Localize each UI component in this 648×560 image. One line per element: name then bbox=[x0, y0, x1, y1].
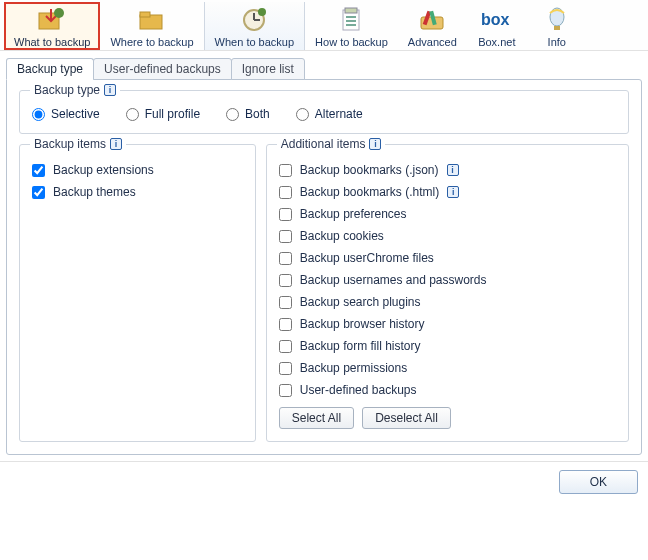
checkbox-input[interactable] bbox=[279, 384, 292, 397]
svg-point-1 bbox=[54, 8, 64, 18]
toolbar-icon bbox=[136, 6, 168, 34]
checkbox-backup-search-plugins[interactable]: Backup search plugins bbox=[279, 291, 616, 313]
checkbox-input[interactable] bbox=[279, 164, 292, 177]
checkbox-input[interactable] bbox=[32, 186, 45, 199]
radio-label: Both bbox=[245, 107, 270, 121]
checkbox-backup-usernames-and-passwords[interactable]: Backup usernames and passwords bbox=[279, 269, 616, 291]
checkbox-backup-bookmarks-json-[interactable]: Backup bookmarks (.json)i bbox=[279, 159, 616, 181]
radio-input[interactable] bbox=[296, 108, 309, 121]
toolbar-icon bbox=[36, 6, 68, 34]
checkbox-label: Backup permissions bbox=[300, 361, 407, 375]
checkbox-label: User-defined backups bbox=[300, 383, 417, 397]
legend-backup-type: Backup type i bbox=[30, 83, 120, 97]
select-all-button[interactable]: Select All bbox=[279, 407, 354, 429]
toolbar-label: Advanced bbox=[408, 36, 457, 48]
radio-label: Alternate bbox=[315, 107, 363, 121]
legend-text: Backup items bbox=[34, 137, 106, 151]
toolbar-label: What to backup bbox=[14, 36, 90, 48]
tab-user-defined-backups[interactable]: User-defined backups bbox=[93, 58, 232, 80]
checkbox-input[interactable] bbox=[279, 318, 292, 331]
legend-text: Additional items bbox=[281, 137, 366, 151]
checkbox-label: Backup browser history bbox=[300, 317, 425, 331]
radio-group-backup-type: SelectiveFull profileBothAlternate bbox=[32, 107, 616, 121]
toolbar-item-where-to-backup[interactable]: Where to backup bbox=[100, 2, 203, 50]
toolbar-item-advanced[interactable]: Advanced bbox=[398, 2, 467, 50]
checkbox-backup-preferences[interactable]: Backup preferences bbox=[279, 203, 616, 225]
toolbar-icon bbox=[238, 6, 270, 34]
backup-items-list: Backup extensionsBackup themes bbox=[32, 159, 243, 203]
svg-text:box: box bbox=[481, 11, 510, 28]
radio-both[interactable]: Both bbox=[226, 107, 270, 121]
checkbox-input[interactable] bbox=[279, 296, 292, 309]
radio-selective[interactable]: Selective bbox=[32, 107, 100, 121]
checkbox-backup-themes[interactable]: Backup themes bbox=[32, 181, 243, 203]
info-icon[interactable]: i bbox=[447, 186, 459, 198]
tab-ignore-list[interactable]: Ignore list bbox=[231, 58, 305, 80]
svg-rect-9 bbox=[345, 8, 357, 13]
panel-backup-type: Backup type i SelectiveFull profileBothA… bbox=[6, 79, 642, 455]
radio-input[interactable] bbox=[226, 108, 239, 121]
checkbox-label: Backup usernames and passwords bbox=[300, 273, 487, 287]
checkbox-input[interactable] bbox=[279, 230, 292, 243]
radio-label: Full profile bbox=[145, 107, 200, 121]
toolbar-label: Box.net bbox=[478, 36, 515, 48]
legend-text: Backup type bbox=[34, 83, 100, 97]
toolbar-label: When to backup bbox=[215, 36, 295, 48]
additional-items-list: Backup bookmarks (.json)iBackup bookmark… bbox=[279, 159, 616, 401]
fieldset-backup-items: Backup items i Backup extensionsBackup t… bbox=[19, 144, 256, 442]
toolbar-icon: box bbox=[481, 6, 513, 34]
checkbox-input[interactable] bbox=[279, 186, 292, 199]
ok-button[interactable]: OK bbox=[559, 470, 638, 494]
toolbar-item-when-to-backup[interactable]: When to backup bbox=[204, 2, 306, 50]
button-row: Select All Deselect All bbox=[279, 407, 616, 429]
checkbox-backup-extensions[interactable]: Backup extensions bbox=[32, 159, 243, 181]
checkbox-input[interactable] bbox=[279, 362, 292, 375]
radio-label: Selective bbox=[51, 107, 100, 121]
legend-backup-items: Backup items i bbox=[30, 137, 126, 151]
checkbox-backup-userchrome-files[interactable]: Backup userChrome files bbox=[279, 247, 616, 269]
tab-backup-type[interactable]: Backup type bbox=[6, 58, 94, 80]
toolbar-item-info[interactable]: Info bbox=[527, 2, 587, 50]
info-icon[interactable]: i bbox=[104, 84, 116, 96]
svg-rect-3 bbox=[140, 12, 150, 17]
checkbox-input[interactable] bbox=[279, 208, 292, 221]
toolbar-item-how-to-backup[interactable]: How to backup bbox=[305, 2, 398, 50]
checkbox-input[interactable] bbox=[279, 252, 292, 265]
radio-alternate[interactable]: Alternate bbox=[296, 107, 363, 121]
checkbox-label: Backup extensions bbox=[53, 163, 154, 177]
footer: OK bbox=[0, 461, 648, 502]
checkbox-label: Backup form fill history bbox=[300, 339, 421, 353]
deselect-all-button[interactable]: Deselect All bbox=[362, 407, 451, 429]
checkbox-backup-browser-history[interactable]: Backup browser history bbox=[279, 313, 616, 335]
radio-input[interactable] bbox=[32, 108, 45, 121]
checkbox-backup-permissions[interactable]: Backup permissions bbox=[279, 357, 616, 379]
info-icon[interactable]: i bbox=[447, 164, 459, 176]
checkbox-user-defined-backups[interactable]: User-defined backups bbox=[279, 379, 616, 401]
radio-input[interactable] bbox=[126, 108, 139, 121]
checkbox-label: Backup preferences bbox=[300, 207, 407, 221]
checkbox-backup-bookmarks-html-[interactable]: Backup bookmarks (.html)i bbox=[279, 181, 616, 203]
radio-full-profile[interactable]: Full profile bbox=[126, 107, 200, 121]
checkbox-label: Backup bookmarks (.html) bbox=[300, 185, 439, 199]
checkbox-backup-form-fill-history[interactable]: Backup form fill history bbox=[279, 335, 616, 357]
checkbox-backup-cookies[interactable]: Backup cookies bbox=[279, 225, 616, 247]
fieldset-additional-items: Additional items i Backup bookmarks (.js… bbox=[266, 144, 629, 442]
checkbox-input[interactable] bbox=[32, 164, 45, 177]
toolbar-icon bbox=[335, 6, 367, 34]
legend-additional-items: Additional items i bbox=[277, 137, 386, 151]
checkbox-label: Backup search plugins bbox=[300, 295, 421, 309]
checkbox-input[interactable] bbox=[279, 274, 292, 287]
info-icon[interactable]: i bbox=[369, 138, 381, 150]
svg-rect-18 bbox=[554, 26, 560, 30]
toolbar-label: Info bbox=[548, 36, 566, 48]
svg-point-7 bbox=[258, 8, 266, 16]
toolbar-icon bbox=[541, 6, 573, 34]
info-icon[interactable]: i bbox=[110, 138, 122, 150]
toolbar-item-box-net[interactable]: boxBox.net bbox=[467, 2, 527, 50]
checkbox-label: Backup themes bbox=[53, 185, 136, 199]
checkbox-input[interactable] bbox=[279, 340, 292, 353]
columns: Backup items i Backup extensionsBackup t… bbox=[19, 144, 629, 442]
tab-strip: Backup typeUser-defined backupsIgnore li… bbox=[6, 58, 648, 80]
toolbar-label: Where to backup bbox=[110, 36, 193, 48]
toolbar-item-what-to-backup[interactable]: What to backup bbox=[4, 2, 100, 50]
